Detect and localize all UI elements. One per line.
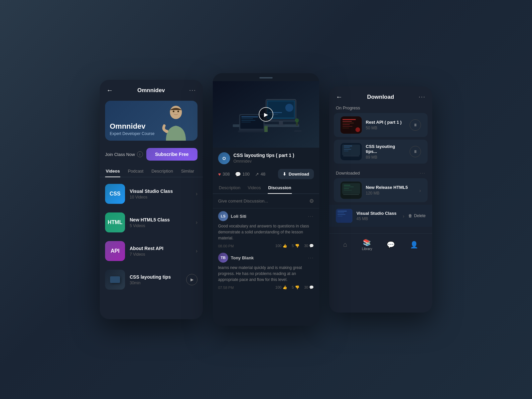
right-phone-card: ← Download ··· On Progress Rest API (	[329, 86, 432, 313]
left-header: ← Omnnidev ···	[100, 80, 203, 97]
chevron-right-icon: ›	[196, 219, 198, 225]
svg-rect-43	[344, 185, 350, 186]
comment-more-icon[interactable]: ···	[308, 213, 314, 219]
left-header-title: Omnnidev	[137, 87, 165, 94]
chevron-right-icon: ›	[419, 188, 421, 193]
svg-rect-29	[342, 123, 354, 123]
svg-rect-50	[337, 212, 344, 213]
tab-discussion[interactable]: Discussion	[268, 183, 292, 194]
comments-count: 💬 100	[235, 172, 250, 177]
svg-rect-49	[337, 211, 347, 211]
comment-text: Good vocabulary and answers to questions…	[218, 223, 314, 241]
list-item: HTML New HTML5 Class 5 Videos ›	[105, 210, 198, 235]
play-icon[interactable]: ▶	[186, 274, 198, 285]
svg-point-2	[173, 111, 175, 112]
svg-rect-21	[238, 130, 266, 132]
right-header: ← Download ···	[329, 86, 432, 105]
svg-rect-39	[344, 151, 348, 151]
svg-rect-47	[343, 194, 359, 195]
comment-more-icon[interactable]: ···	[308, 255, 314, 260]
nav-chat[interactable]: 💬	[387, 241, 395, 249]
shares-count: ↗ 48	[255, 172, 265, 177]
play-button[interactable]: ▶	[259, 107, 273, 122]
svg-rect-22	[264, 126, 268, 132]
nav-profile[interactable]: 👤	[410, 241, 418, 249]
reply-action[interactable]: 30 💬	[304, 244, 314, 248]
tab-videos[interactable]: Videos	[105, 166, 120, 177]
svg-rect-30	[342, 124, 350, 125]
filter-icon[interactable]: ⚙	[309, 198, 314, 204]
vs-thumb	[336, 209, 352, 223]
likes-count: ♥ 308	[218, 172, 230, 177]
svg-rect-19	[241, 120, 255, 121]
list-item: Rest API ( part 1 ) 50 MB ⏸	[334, 113, 428, 137]
svg-point-10	[285, 104, 293, 112]
css-dl-thumb	[340, 143, 362, 160]
chat-icon: 💬	[235, 172, 241, 177]
nav-home[interactable]: ⌂	[343, 241, 347, 248]
dl-size: 120 MB	[366, 191, 415, 196]
svg-rect-45	[344, 188, 349, 189]
tab-description[interactable]: Description	[151, 166, 174, 177]
pause-button[interactable]: ⏸	[410, 146, 421, 157]
like-action[interactable]: 100 👍	[275, 285, 287, 290]
commenter-name: Loli Siti	[231, 214, 308, 219]
pause-button[interactable]: ⏸	[410, 119, 421, 131]
home-icon: ⌂	[343, 241, 347, 248]
course-meta: 10 Videos	[130, 195, 191, 200]
tab-podcast[interactable]: Podcast	[127, 166, 144, 177]
hero-banner: Omnnidev Expert Developer Course	[105, 101, 198, 141]
course-title: CSS layouting tips	[130, 274, 182, 280]
tab-similar[interactable]: Similar	[180, 166, 195, 177]
bottom-nav: ⌂ 📚 Library 💬 👤	[329, 233, 432, 255]
dl-size: 50 MB	[366, 126, 406, 130]
nav-library[interactable]: 📚 Library	[362, 238, 372, 251]
downloaded-label: Downloaded	[336, 171, 360, 176]
dislike-action[interactable]: 5 👎	[292, 244, 300, 248]
svg-point-3	[178, 111, 179, 112]
right-more-button[interactable]: ···	[419, 93, 426, 100]
trash-icon: 🗑	[408, 213, 412, 218]
dl-size: 89 MB	[366, 155, 406, 160]
commenter-avatar: TB	[218, 253, 228, 263]
svg-rect-36	[344, 146, 352, 146]
right-back-button[interactable]: ←	[336, 93, 342, 101]
download-button[interactable]: ⬇ Download	[278, 169, 314, 179]
comment-text: learns new material quickly and is makin…	[218, 265, 314, 283]
downloaded-more-icon[interactable]: ···	[420, 170, 426, 176]
subscribe-free-button[interactable]: Subscribe Free	[146, 148, 198, 161]
download-icon: ⬇	[283, 172, 286, 177]
on-progress-label: On Progress	[329, 105, 432, 113]
chat-icon: 💬	[387, 241, 395, 249]
dl-title: CSS layouting tips...	[366, 144, 406, 154]
commenter-name: Tony Blank	[231, 255, 308, 260]
cta-row: Join Class Now i Subscribe Free	[100, 144, 203, 165]
tab-description[interactable]: Description	[218, 183, 241, 194]
heart-icon: ♥	[218, 172, 221, 177]
like-action[interactable]: 100 👍	[275, 244, 287, 248]
svg-rect-23	[294, 130, 302, 132]
delete-button[interactable]: 🗑 Delete	[408, 213, 426, 218]
course-title: Visual Studio Class	[130, 189, 191, 194]
info-icon: i	[137, 151, 143, 157]
vs-title: Visual Studio Class	[356, 211, 399, 216]
svg-point-4	[165, 130, 168, 133]
svg-rect-40	[343, 156, 359, 156]
tab-videos[interactable]: Videos	[247, 183, 262, 194]
visual-studio-row: Visual Studio Class 45 MB › 🗑 Delete	[329, 205, 432, 227]
library-label: Library	[362, 247, 372, 251]
video-info: O CSS layouting tips ( part 1 ) Omnnidev	[213, 148, 319, 168]
comment-input[interactable]	[218, 199, 309, 203]
dislike-action[interactable]: 5 👎	[292, 285, 300, 290]
svg-rect-18	[241, 118, 253, 119]
video-preview[interactable]: ▶	[213, 81, 319, 148]
left-more-button[interactable]: ···	[189, 87, 196, 94]
chevron-right-icon: ›	[196, 248, 198, 254]
comment-list: LS Loli Siti ··· Good vocabulary and ans…	[213, 208, 319, 292]
video-creator: Omnnidev	[233, 159, 314, 164]
left-back-button[interactable]: ←	[106, 86, 113, 94]
join-class-button[interactable]: Join Class Now i	[105, 151, 143, 157]
creator-avatar: O	[218, 152, 230, 164]
left-phone-card: ← Omnnidev ··· Omnnidev Expert Developer…	[100, 80, 203, 319]
reply-action[interactable]: 30 💬	[304, 285, 314, 290]
